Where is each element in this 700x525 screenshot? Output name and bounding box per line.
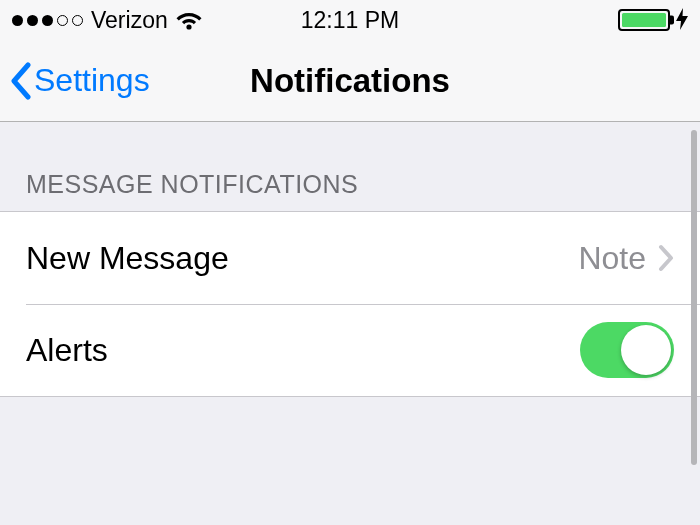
- clock: 12:11 PM: [301, 7, 399, 34]
- toggle-knob: [621, 325, 671, 375]
- row-new-message[interactable]: New Message Note: [0, 212, 700, 304]
- row-label: New Message: [26, 240, 229, 277]
- row-label: Alerts: [26, 332, 108, 369]
- signal-strength-icon: [12, 15, 83, 26]
- chevron-right-icon: [658, 244, 674, 272]
- charging-icon: [676, 8, 688, 33]
- row-right: [580, 322, 674, 378]
- page-title: Notifications: [250, 62, 450, 100]
- row-value: Note: [578, 240, 646, 277]
- alerts-toggle[interactable]: [580, 322, 674, 378]
- chevron-left-icon: [10, 62, 32, 100]
- back-label: Settings: [34, 62, 150, 99]
- svg-point-0: [186, 24, 191, 29]
- status-left: Verizon: [12, 7, 202, 34]
- back-button[interactable]: Settings: [10, 62, 150, 100]
- carrier-label: Verizon: [91, 7, 168, 34]
- wifi-icon: [176, 10, 202, 30]
- status-bar: Verizon 12:11 PM: [0, 0, 700, 40]
- status-right: [618, 8, 688, 33]
- nav-bar: Settings Notifications: [0, 40, 700, 122]
- scrollbar[interactable]: [691, 130, 697, 465]
- settings-rows: New Message Note Alerts: [0, 211, 700, 397]
- row-right: Note: [578, 240, 674, 277]
- section-header: MESSAGE NOTIFICATIONS: [0, 122, 700, 211]
- row-alerts: Alerts: [0, 304, 700, 396]
- content: MESSAGE NOTIFICATIONS New Message Note A…: [0, 122, 700, 525]
- battery-icon: [618, 9, 670, 31]
